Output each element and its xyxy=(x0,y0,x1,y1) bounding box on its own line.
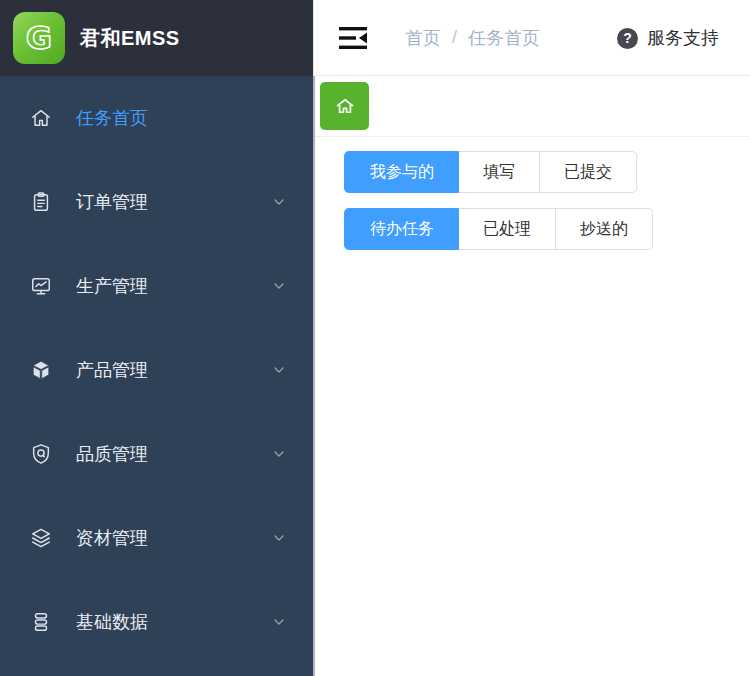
chevron-down-icon xyxy=(271,446,287,462)
question-mark-icon: ? xyxy=(617,28,638,49)
sidebar-item-label: 订单管理 xyxy=(76,190,271,214)
tab-cc-to-me[interactable]: 抄送的 xyxy=(556,208,653,250)
tab-submitted[interactable]: 已提交 xyxy=(540,151,637,193)
sidebar-item-production[interactable]: 生产管理 xyxy=(0,244,313,328)
sidebar-item-label: 基础数据 xyxy=(76,610,271,634)
service-support-label: 服务支持 xyxy=(647,26,719,50)
chevron-down-icon xyxy=(271,194,287,210)
logo-letter: G xyxy=(26,22,52,54)
sidebar-item-quality[interactable]: 品质管理 xyxy=(0,412,313,496)
breadcrumb-current: 任务首页 xyxy=(468,26,540,50)
sidebar-menu: 任务首页 订单管理 生产管理 产品管理 xyxy=(0,76,313,664)
tab-pending-tasks[interactable]: 待办任务 xyxy=(345,208,459,250)
cube-icon xyxy=(30,359,52,381)
service-support-link[interactable]: ? 服务支持 xyxy=(617,0,719,76)
tab-processed[interactable]: 已处理 xyxy=(459,208,556,250)
clipboard-icon xyxy=(30,191,52,213)
sidebar-fold-icon[interactable] xyxy=(337,24,369,52)
content-left-divider xyxy=(313,76,315,676)
sidebar-item-task-home[interactable]: 任务首页 xyxy=(0,76,313,160)
monitor-chart-icon xyxy=(30,275,52,297)
shield-q-icon xyxy=(30,443,52,465)
sidebar-item-label: 产品管理 xyxy=(76,358,271,382)
brand-title: 君和EMSS xyxy=(80,25,180,52)
layers-icon xyxy=(30,527,52,549)
sidebar-logo-bar: G 君和EMSS xyxy=(0,0,313,76)
breadcrumb: 首页 / 任务首页 xyxy=(405,26,540,50)
participation-tab-group: 我参与的 填写 已提交 xyxy=(345,151,750,193)
breadcrumb-home[interactable]: 首页 xyxy=(405,26,441,50)
chevron-down-icon xyxy=(271,362,287,378)
sidebar-item-label: 资材管理 xyxy=(76,526,271,550)
sidebar-item-products[interactable]: 产品管理 xyxy=(0,328,313,412)
sidebar-item-base-data[interactable]: 基础数据 xyxy=(0,580,313,664)
chevron-down-icon xyxy=(271,278,287,294)
sidebar-item-label: 品质管理 xyxy=(76,442,271,466)
sidebar-item-label: 生产管理 xyxy=(76,274,271,298)
task-filter-area: 我参与的 填写 已提交 待办任务 已处理 抄送的 xyxy=(313,137,750,250)
sidebar-item-label: 任务首页 xyxy=(76,106,287,130)
sidebar: G 君和EMSS 任务首页 订单管理 生产管理 xyxy=(0,0,313,676)
tab-fill-in[interactable]: 填写 xyxy=(459,151,540,193)
chevron-down-icon xyxy=(271,530,287,546)
chevron-down-icon xyxy=(271,614,287,630)
main-content: 我参与的 填写 已提交 待办任务 已处理 抄送的 xyxy=(313,76,750,676)
tab-my-participation[interactable]: 我参与的 xyxy=(345,151,459,193)
home-button[interactable] xyxy=(320,82,369,130)
task-status-tab-group: 待办任务 已处理 抄送的 xyxy=(345,208,750,250)
app-logo: G xyxy=(13,12,65,64)
top-header: 首页 / 任务首页 ? 服务支持 xyxy=(313,0,750,76)
sidebar-item-orders[interactable]: 订单管理 xyxy=(0,160,313,244)
home-icon xyxy=(30,107,52,129)
database-icon xyxy=(30,611,52,633)
sidebar-item-materials[interactable]: 资材管理 xyxy=(0,496,313,580)
breadcrumb-separator: / xyxy=(452,27,457,48)
content-toolbar xyxy=(313,76,750,137)
